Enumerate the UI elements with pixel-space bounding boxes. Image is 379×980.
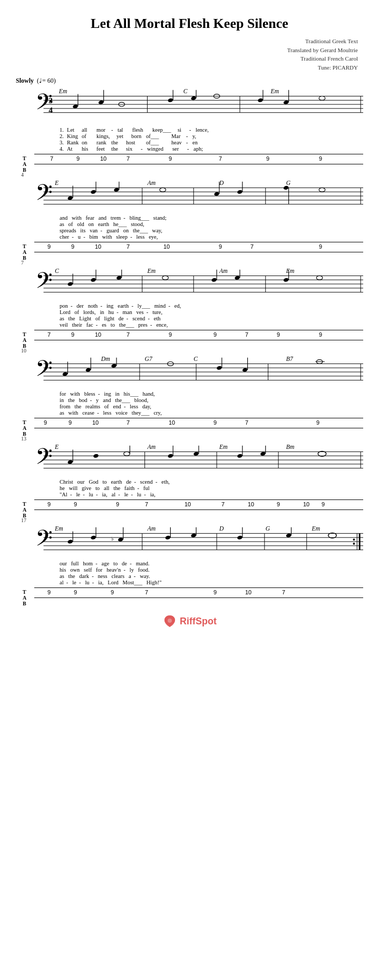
page-title: Let All Mortal Flesh Keep Silence [16, 16, 363, 32]
svg-point-128 [168, 454, 173, 458]
svg-text:Bm: Bm [286, 444, 295, 450]
staff-2: 𝄢 E Am D G [34, 178, 363, 252]
svg-point-43 [113, 188, 119, 192]
svg-point-41 [91, 190, 96, 194]
measure-number-2: 4 [21, 172, 363, 178]
svg-text:G: G [266, 525, 270, 532]
svg-point-104 [216, 366, 222, 370]
staff-svg-5: 𝄢 E Am Em Bm [34, 442, 363, 478]
svg-point-23 [257, 98, 263, 103]
svg-text:Am: Am [147, 444, 156, 450]
svg-point-71 [116, 276, 122, 280]
attribution-line4: Tune: PICARDY [16, 63, 358, 72]
svg-text:𝄢: 𝄢 [35, 357, 53, 386]
riffspot-logo: RiffSpot [162, 614, 217, 629]
svg-text:Am: Am [147, 525, 156, 532]
svg-point-69 [91, 278, 96, 282]
page: Let All Mortal Flesh Keep Silence Tradit… [0, 0, 379, 662]
staff-3: 𝄢 C Em Am Em [34, 266, 363, 340]
svg-point-151 [67, 539, 73, 544]
svg-point-156 [118, 537, 123, 542]
svg-point-19 [191, 96, 197, 101]
svg-point-17 [168, 98, 173, 103]
measure-number-5: 13 [21, 436, 363, 442]
svg-text:G: G [286, 180, 291, 187]
section-5: 13 𝄢 E Am Em Bm [16, 436, 363, 510]
svg-point-25 [283, 100, 289, 105]
lyrics-4: for with bless - ing in his___ hand, in … [60, 391, 363, 416]
footer: RiffSpot [16, 609, 363, 631]
svg-text:𝄢: 𝄢 [35, 181, 53, 210]
svg-point-99 [111, 364, 117, 368]
attribution: Traditional Greek Text Translated by Ger… [16, 37, 363, 72]
svg-text:𝄢: 𝄢 [35, 526, 53, 556]
svg-point-76 [211, 278, 217, 282]
svg-point-174 [353, 543, 355, 545]
staff-6: 𝄢 Em Am D G Em ♭ [34, 524, 363, 598]
svg-point-164 [237, 535, 242, 540]
measure-number-6: 17 [21, 517, 363, 523]
attribution-line2: Translated by Gerard Moultrie [16, 46, 358, 55]
svg-point-46 [160, 188, 166, 192]
lyrics-3: pon - der noth - ing earth - ly___ mind … [60, 303, 363, 328]
svg-text:Em: Em [219, 444, 228, 450]
svg-point-122 [67, 459, 73, 464]
svg-point-48 [214, 192, 220, 197]
svg-point-173 [353, 538, 355, 541]
lyrics-5: Christ our God to earth de - scend - eth… [60, 479, 363, 497]
svg-text:Em: Em [286, 268, 295, 275]
measure-number-4: 10 [21, 348, 363, 354]
section-2: 4 𝄢 E Am D G [16, 172, 363, 252]
tab-4: TAB 9 9 10 7 10 9 7 9 [34, 418, 363, 428]
svg-point-138 [318, 451, 326, 456]
svg-text:E: E [54, 180, 59, 187]
staff-5: 𝄢 E Am Em Bm [34, 442, 363, 510]
staff-svg-2: 𝄢 E Am D G [34, 178, 363, 214]
svg-point-95 [62, 371, 68, 376]
svg-text:♭: ♭ [111, 536, 114, 542]
svg-text:Am: Am [219, 268, 228, 275]
svg-text:Em: Em [59, 88, 67, 95]
svg-point-167 [286, 533, 291, 538]
svg-text:E: E [54, 444, 59, 450]
svg-point-125 [124, 452, 130, 456]
lyrics-1: 1. Let all mor - tal flesh keep___ si - … [60, 127, 363, 152]
svg-point-13 [98, 100, 104, 105]
svg-point-81 [283, 278, 289, 282]
svg-point-27 [319, 96, 325, 100]
staff-svg-3: 𝄢 C Em Am Em [34, 266, 363, 302]
tab-6: TAB 9 9 9 7 9 10 7 [34, 587, 363, 598]
tab-label-1: TAB [23, 155, 26, 173]
lyrics-2: and with fear and trem - bling___ stand;… [60, 215, 363, 240]
svg-point-50 [237, 190, 242, 194]
riffspot-brand-text: RiffSpot [180, 616, 217, 627]
svg-point-106 [242, 368, 248, 373]
attribution-line3: Traditional French Carol [16, 54, 358, 63]
svg-text:Am: Am [147, 180, 156, 187]
svg-text:Em: Em [147, 268, 156, 275]
svg-point-124 [93, 454, 99, 458]
svg-text:𝄢: 𝄢 [35, 445, 53, 474]
section-1: Slowly (♩= 60) 𝄢 3 4 Em C Em [16, 77, 363, 164]
svg-point-170 [328, 533, 337, 538]
svg-text:D: D [219, 525, 224, 532]
svg-text:Em: Em [54, 525, 63, 532]
svg-point-97 [85, 368, 91, 373]
svg-text:G7: G7 [145, 356, 153, 362]
svg-point-161 [191, 533, 197, 538]
svg-text:C: C [55, 268, 59, 275]
staff-4: 𝄢 Dm G7 C B7 [34, 354, 363, 428]
svg-point-78 [235, 276, 240, 280]
tempo-bpm: (♩= 60) [37, 77, 56, 85]
measure-number-3: 7 [21, 260, 363, 266]
svg-point-39 [67, 195, 73, 200]
svg-point-153 [91, 535, 96, 540]
svg-point-11 [72, 104, 78, 109]
tempo-label: Slowly [16, 77, 34, 85]
section-3: 7 𝄢 C Em Am Em [16, 260, 363, 340]
tab-5: TAB 9 9 9 7 10 7 10 9 10 9 [34, 499, 363, 510]
svg-point-175 [168, 619, 172, 623]
attribution-line1: Traditional Greek Text [16, 37, 358, 46]
tab-1: TAB 7 9 10 7 9 7 9 9 [34, 154, 363, 164]
staff-svg-4: 𝄢 Dm G7 C B7 [34, 354, 363, 390]
